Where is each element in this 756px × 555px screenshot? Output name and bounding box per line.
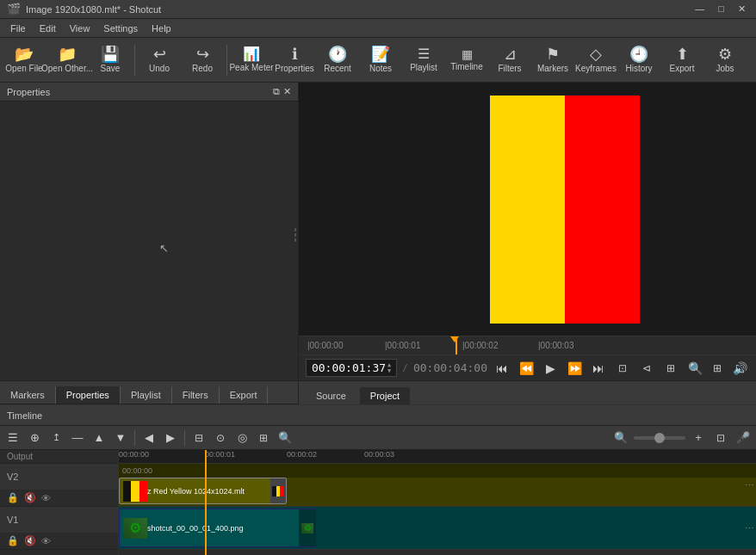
flag-yellow-stripe — [490, 96, 565, 324]
history-icon: 🕘 — [629, 46, 648, 62]
tab-filters[interactable]: Filters — [172, 386, 220, 404]
v1-mute-icon[interactable]: 🔇 — [24, 535, 36, 546]
tl-zoom-thumb[interactable] — [654, 433, 665, 443]
in-point-button[interactable]: ⊲ — [637, 359, 656, 378]
recent-button[interactable]: 🕐 Recent — [317, 40, 358, 80]
v2-eye-icon[interactable]: 👁 — [41, 493, 51, 503]
title-bar: 🎬 Image 1920x1080.mlt* - Shotcut — □ ✕ — [0, 0, 756, 19]
timeline-section: Timeline ☰ ⊕ ↥ — ▲ ▼ ◀ ▶ ⊟ ⊙ ◎ ⊞ 🔍 🔍 + ⊡… — [0, 404, 756, 555]
menu-file[interactable]: File — [3, 22, 33, 35]
timeline-toolbar: ☰ ⊕ ↥ — ▲ ▼ ◀ ▶ ⊟ ⊙ ◎ ⊞ 🔍 🔍 + ⊡ 🎤 — [0, 426, 756, 450]
tl-remove-btn[interactable]: — — [68, 429, 87, 447]
tl-zoom-in-btn[interactable]: + — [689, 429, 708, 447]
audio-button[interactable]: 🔊 — [730, 359, 749, 378]
play-button[interactable]: ▶ — [541, 359, 560, 378]
zoom-in-button[interactable]: ⊞ — [708, 359, 727, 378]
properties-panel: Properties ⧉ ✕ ↖ — [0, 83, 298, 380]
open-file-button[interactable]: 📂 Open File — [3, 40, 45, 80]
tl-down-btn[interactable]: ▼ — [111, 429, 130, 447]
tl-menu-btn[interactable]: ☰ — [3, 429, 22, 447]
properties-close-icon[interactable]: ✕ — [283, 86, 291, 97]
preview-playhead[interactable] — [455, 336, 457, 355]
tl-snap-btn[interactable]: ⊟ — [189, 429, 208, 447]
redo-label: Redo — [192, 64, 213, 73]
tl-append-btn[interactable]: ↥ — [46, 429, 65, 447]
tab-project[interactable]: Project — [360, 387, 410, 404]
notes-button[interactable]: 📝 Notes — [360, 40, 401, 80]
maximize-btn[interactable]: □ — [715, 3, 728, 15]
tab-properties[interactable]: Properties — [56, 386, 121, 404]
save-icon: 💾 — [101, 46, 120, 62]
tl-sep-2 — [184, 430, 185, 446]
step-forward-button[interactable]: ⏩ — [565, 359, 584, 378]
v1-lock-icon[interactable]: 🔒 — [7, 535, 19, 546]
markers-button[interactable]: ⚑ Markers — [532, 40, 573, 80]
menu-view[interactable]: View — [63, 22, 97, 35]
timecode-spinner[interactable]: ▲ ▼ — [387, 362, 391, 374]
properties-float-icon[interactable]: ⧉ — [273, 86, 280, 97]
tab-playlist[interactable]: Playlist — [121, 386, 172, 404]
source-project-tabs: Source Project — [299, 380, 756, 404]
tl-ripple-btn[interactable]: ⊙ — [211, 429, 230, 447]
tl-sep-1 — [134, 430, 135, 446]
timeline-content: Output V2 🔒 🔇 👁 V1 🔒 — [0, 450, 756, 555]
v2-track-label-row: V2 🔒 🔇 👁 — [0, 464, 118, 507]
open-other-button[interactable]: 📁 Open Other... — [46, 40, 88, 80]
filters-button[interactable]: ⊿ Filters — [489, 40, 530, 80]
tl-prev-btn[interactable]: ◀ — [139, 429, 158, 447]
preview-timecode-bar: |00:00:00 |00:00:01 |00:00:02 |00:00:03 — [299, 336, 756, 355]
tl-zoom-slider[interactable] — [634, 436, 685, 440]
tl-audio-btn[interactable]: 🎤 — [734, 429, 753, 447]
zoom-out-button[interactable]: 🔍 — [685, 359, 704, 378]
redo-button[interactable]: ↪ Redo — [182, 40, 223, 80]
left-panel: Properties ⧉ ✕ ↖ Markers Properties — [0, 83, 299, 404]
keyframes-button[interactable]: ◇ Keyframes — [575, 40, 617, 80]
tl-circle-btn[interactable]: ◎ — [232, 429, 251, 447]
v1-eye-icon[interactable]: 👁 — [41, 536, 51, 546]
history-button[interactable]: 🕘 History — [618, 40, 660, 80]
tl-up-btn[interactable]: ▲ — [90, 429, 108, 447]
v2-lock-icon[interactable]: 🔒 — [7, 492, 19, 503]
cursor-indicator: ↖ — [159, 242, 169, 255]
tl-add-track-btn[interactable]: ⊕ — [25, 429, 44, 447]
menu-edit[interactable]: Edit — [33, 22, 63, 35]
close-btn[interactable]: ✕ — [734, 3, 749, 15]
v1-clip-label: shotcut_00_00_01_400.png — [147, 524, 313, 533]
redo-icon: ↪ — [196, 46, 209, 62]
v1-clip[interactable]: ⚙ shotcut_00_00_01_400.png ⚙ — [119, 509, 317, 547]
tc-down-arrow[interactable]: ▼ — [387, 368, 391, 374]
undo-button[interactable]: ↩ Undo — [139, 40, 180, 80]
jobs-button[interactable]: ⚙ Jobs — [704, 40, 746, 80]
tab-markers[interactable]: Markers — [0, 386, 56, 404]
menu-settings[interactable]: Settings — [96, 22, 145, 35]
out-point-button[interactable]: ⊞ — [661, 359, 680, 378]
playlist-button[interactable]: ☰ Playlist — [403, 40, 444, 80]
go-end-button[interactable]: ⏭ — [589, 359, 608, 378]
menu-help[interactable]: Help — [145, 22, 178, 35]
v2-mute-icon[interactable]: 🔇 — [24, 492, 36, 503]
properties-content: ↖ — [0, 102, 298, 368]
v2-clip[interactable]: z Red Yellow 1024x1024.mlt — [119, 478, 287, 504]
tl-grid-btn[interactable]: ⊞ — [254, 429, 273, 447]
tl-fit-btn[interactable]: ⊡ — [711, 429, 730, 447]
step-back-button[interactable]: ⏪ — [517, 359, 536, 378]
notes-label: Notes — [369, 64, 392, 73]
v1-track: ⚙ shotcut_00_00_01_400.png ⚙ ⋯ — [119, 507, 756, 550]
minimize-btn[interactable]: — — [691, 3, 708, 15]
panel-resize-handle[interactable] — [293, 218, 298, 252]
timecode-display[interactable]: 00:00:01:37 ▲ ▼ — [306, 359, 397, 377]
tc-mark-0: |00:00:00 — [307, 336, 344, 355]
timeline-button[interactable]: ▦ Timeline — [446, 40, 487, 80]
belgium-flag — [415, 96, 639, 324]
save-button[interactable]: 💾 Save — [90, 40, 131, 80]
tab-source[interactable]: Source — [306, 387, 356, 404]
properties-button[interactable]: ℹ Properties — [274, 40, 315, 80]
tl-zoom-out-btn[interactable]: 🔍 — [611, 429, 630, 447]
tl-search-btn[interactable]: 🔍 — [276, 429, 294, 447]
peak-meter-button[interactable]: 📊 Peak Meter — [231, 40, 272, 80]
tl-next-btn[interactable]: ▶ — [161, 429, 180, 447]
tab-export[interactable]: Export — [220, 386, 269, 404]
go-start-button[interactable]: ⏮ — [493, 359, 511, 378]
loop-button[interactable]: ⊡ — [613, 359, 632, 378]
export-button[interactable]: ⬆ Export — [661, 40, 703, 80]
